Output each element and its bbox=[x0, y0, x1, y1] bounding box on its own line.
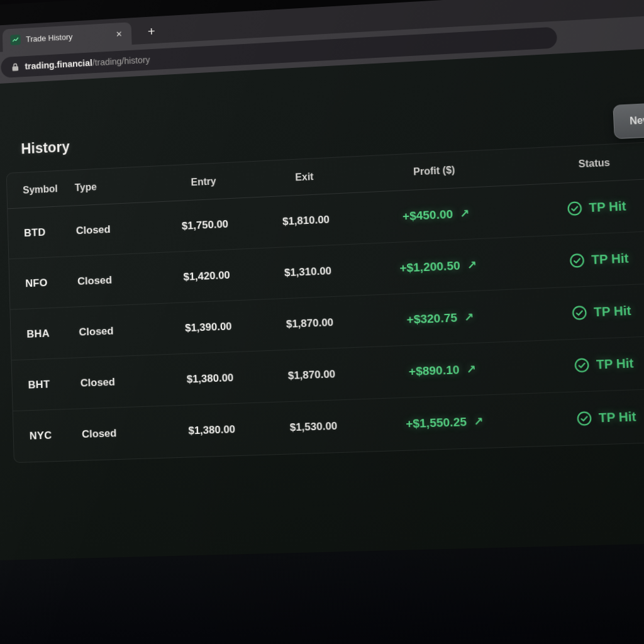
profit-cell: +$450.00 ↗ bbox=[402, 206, 470, 223]
entry-cell: $1,380.00 bbox=[186, 372, 233, 386]
check-circle-icon bbox=[574, 357, 591, 374]
symbol-cell: BTD bbox=[8, 226, 46, 240]
profit-value: +$1,550.25 bbox=[406, 415, 467, 431]
trend-up-arrow-icon: ↗ bbox=[460, 206, 470, 221]
type-cell: Closed bbox=[76, 223, 111, 237]
url-path: /trading/history bbox=[92, 55, 150, 68]
history-table: Symbol Type Entry Exit Profit ($) Status… bbox=[6, 141, 644, 464]
status-label: TP Hit bbox=[591, 251, 629, 267]
entry-cell: $1,750.00 bbox=[182, 218, 229, 232]
profit-cell: +$320.75 ↗ bbox=[406, 310, 474, 326]
new-trade-button[interactable]: New Trade bbox=[613, 99, 644, 140]
trend-up-arrow-icon: ↗ bbox=[464, 310, 474, 325]
status-cell: TP Hit bbox=[566, 198, 626, 216]
tab-close-icon[interactable]: ✕ bbox=[113, 28, 126, 40]
status-cell: TP Hit bbox=[569, 250, 629, 269]
symbol-cell: BHA bbox=[11, 327, 50, 341]
status-cell: TP Hit bbox=[574, 355, 634, 374]
trading-favicon-icon bbox=[10, 35, 21, 45]
tab-title: Trade History bbox=[26, 30, 108, 44]
status-label: TP Hit bbox=[589, 199, 626, 215]
trading-history-page: New Trade History Symbol Type Entry Exit… bbox=[0, 46, 644, 560]
type-cell: Closed bbox=[79, 325, 114, 338]
lock-icon bbox=[11, 62, 19, 71]
check-circle-icon bbox=[566, 200, 583, 216]
column-header-entry: Entry bbox=[191, 175, 216, 188]
profit-value: +$450.00 bbox=[402, 207, 453, 223]
trend-up-arrow-icon: ↗ bbox=[474, 414, 484, 429]
type-cell: Closed bbox=[77, 274, 112, 287]
monitor-screen: Trade History ✕ + trading.financial/trad… bbox=[0, 0, 644, 644]
profit-value: +$320.75 bbox=[406, 311, 457, 326]
column-header-symbol: Symbol bbox=[7, 183, 58, 196]
table-body: BTD Closed $1,750.00 $1,810.00 +$450.00 … bbox=[8, 178, 644, 462]
new-tab-button[interactable]: + bbox=[142, 21, 161, 41]
column-header-exit: Exit bbox=[295, 171, 314, 183]
profit-cell: +$1,200.50 ↗ bbox=[399, 258, 477, 275]
profit-value: +$890.10 bbox=[408, 363, 460, 379]
profit-cell: +$890.10 ↗ bbox=[408, 362, 476, 379]
exit-cell: $1,310.00 bbox=[284, 265, 332, 279]
exit-cell: $1,530.00 bbox=[289, 420, 337, 435]
trend-up-arrow-icon: ↗ bbox=[466, 362, 476, 377]
status-label: TP Hit bbox=[598, 409, 636, 425]
exit-cell: $1,870.00 bbox=[286, 316, 334, 331]
exit-cell: $1,810.00 bbox=[282, 213, 330, 228]
entry-cell: $1,380.00 bbox=[188, 423, 235, 437]
url-text: trading.financial/trading/history bbox=[25, 55, 150, 71]
type-cell: Closed bbox=[80, 375, 116, 389]
trend-up-arrow-icon: ↗ bbox=[467, 258, 477, 272]
entry-cell: $1,390.00 bbox=[185, 320, 232, 335]
entry-cell: $1,420.00 bbox=[183, 269, 230, 283]
status-cell: TP Hit bbox=[575, 408, 636, 426]
profit-cell: +$1,550.25 ↗ bbox=[406, 414, 484, 431]
url-domain: trading.financial bbox=[25, 58, 92, 71]
symbol-cell: BHT bbox=[12, 378, 50, 392]
check-circle-icon bbox=[571, 304, 588, 321]
column-header-profit: Profit ($) bbox=[413, 164, 455, 177]
check-circle-icon bbox=[575, 410, 592, 426]
exit-cell: $1,870.00 bbox=[287, 368, 335, 382]
symbol-cell: NFO bbox=[9, 277, 48, 291]
status-label: TP Hit bbox=[594, 304, 631, 320]
photo-frame: Trade History ✕ + trading.financial/trad… bbox=[0, 0, 644, 644]
symbol-cell: NYC bbox=[14, 430, 52, 443]
status-label: TP Hit bbox=[596, 356, 634, 372]
column-header-type: Type bbox=[75, 181, 97, 193]
status-cell: TP Hit bbox=[571, 303, 631, 321]
check-circle-icon bbox=[569, 252, 586, 269]
profit-value: +$1,200.50 bbox=[399, 258, 460, 275]
column-header-status: Status bbox=[578, 157, 610, 169]
type-cell: Closed bbox=[82, 427, 117, 441]
